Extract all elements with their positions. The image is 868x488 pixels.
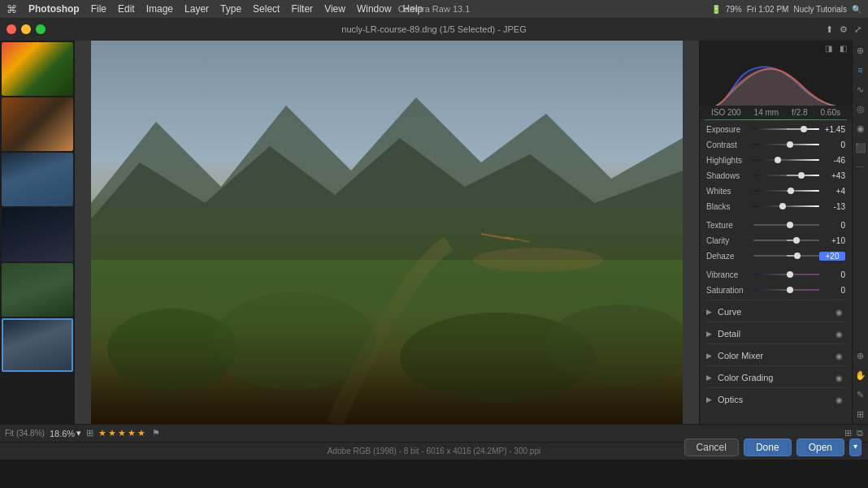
svg-line-10 [506, 237, 530, 242]
exposure-thumb[interactable] [801, 126, 807, 132]
brush-tool-icon[interactable]: ✎ [854, 388, 867, 401]
optics-eye[interactable]: ◉ [832, 393, 845, 406]
share-icon[interactable]: ⬆ [826, 24, 833, 35]
highlights-slider[interactable] [753, 154, 819, 166]
clarity-thumb[interactable] [793, 237, 800, 244]
menu-layer[interactable]: Layer [184, 3, 209, 15]
filmstrip-thumb-5[interactable] [2, 263, 73, 317]
histogram: ◨ ◧ [700, 41, 852, 106]
menu-image[interactable]: Image [146, 3, 173, 15]
menu-photoshop[interactable]: Photoshop [28, 3, 80, 15]
exposure-slider[interactable] [753, 123, 819, 135]
star-3[interactable]: ★ [118, 428, 126, 438]
curve-section[interactable]: ▶ Curve ◉ [706, 300, 845, 322]
contrast-value: 0 [819, 140, 845, 149]
target-icon[interactable]: ⊕ [854, 44, 867, 57]
contrast-slider[interactable] [753, 139, 819, 150]
vibrance-value: 0 [819, 270, 845, 279]
image-adjust-icon[interactable]: ⊞ [86, 428, 93, 438]
hist-clipping-high[interactable]: ◨ [822, 42, 834, 54]
star-4[interactable]: ★ [128, 428, 136, 438]
open-dropdown-arrow[interactable]: ▾ [849, 438, 861, 456]
menu-edit[interactable]: Edit [118, 3, 135, 15]
menu-window[interactable]: Window [357, 3, 392, 15]
menu-view[interactable]: View [324, 3, 345, 15]
open-button[interactable]: Open [796, 438, 844, 456]
dehaze-slider[interactable] [753, 250, 819, 261]
filmstrip-thumb-1[interactable] [2, 42, 73, 96]
shadows-value: +43 [819, 171, 845, 180]
star-2[interactable]: ★ [108, 428, 116, 438]
svg-point-8 [473, 248, 603, 272]
aperture-value: f/2.8 [792, 108, 807, 117]
saturation-thumb[interactable] [787, 287, 793, 293]
zoom-value: 18.6% [50, 429, 75, 438]
curve-eye[interactable]: ◉ [832, 305, 845, 318]
more-icon[interactable]: ⋯ [854, 161, 867, 174]
highlights-thumb[interactable] [775, 157, 781, 163]
zoom-tool-icon[interactable]: ⊕ [854, 349, 867, 362]
filmstrip-thumb-4[interactable] [2, 208, 73, 261]
vibrance-thumb[interactable] [787, 271, 793, 278]
curve-tool-icon[interactable]: ∿ [854, 83, 867, 96]
texture-row: Texture 0 [706, 219, 845, 231]
layers-icon[interactable]: ⬛ [854, 141, 867, 154]
color-mixer-eye[interactable]: ◉ [832, 349, 845, 362]
minimize-button[interactable] [21, 24, 31, 34]
menu-file[interactable]: File [91, 3, 106, 15]
texture-slider[interactable] [753, 219, 819, 231]
canvas-area[interactable] [75, 41, 699, 424]
dehaze-value: +20 [819, 252, 845, 261]
blacks-slider[interactable] [753, 201, 819, 212]
close-button[interactable] [7, 24, 16, 34]
saturation-row: Saturation 0 [706, 284, 845, 296]
svg-line-9 [481, 234, 514, 240]
menu-type[interactable]: Type [220, 3, 241, 15]
detail-eye[interactable]: ◉ [832, 327, 845, 340]
fullscreen-icon[interactable]: ⤢ [854, 24, 861, 35]
hand-tool-icon[interactable]: ✋ [854, 369, 867, 382]
blacks-thumb[interactable] [779, 203, 786, 209]
maximize-button[interactable] [36, 24, 46, 34]
texture-thumb[interactable] [787, 222, 793, 228]
right-panel: ◨ ◧ [699, 41, 852, 424]
hsl-icon[interactable]: ◎ [854, 102, 867, 115]
star-5[interactable]: ★ [137, 428, 145, 438]
color-grading-section[interactable]: ▶ Color Grading ◉ [706, 365, 845, 387]
shadows-slider[interactable] [753, 170, 819, 181]
color-info: Adobe RGB (1998) - 8 bit - 6016 x 4016 (… [328, 447, 540, 456]
whites-thumb[interactable] [788, 188, 794, 194]
vibrance-slider[interactable] [753, 269, 819, 280]
filmstrip-thumb-2[interactable] [2, 97, 73, 151]
done-button[interactable]: Done [744, 438, 792, 456]
saturation-slider[interactable] [753, 284, 819, 296]
texture-value: 0 [819, 221, 845, 230]
eye-tool-icon[interactable]: ◉ [854, 122, 867, 135]
flag-icon[interactable]: ⚑ [152, 428, 160, 438]
contrast-thumb[interactable] [787, 141, 793, 148]
adjust-icon[interactable]: ≡ [854, 63, 867, 76]
filmstrip-thumb-3[interactable] [2, 153, 73, 206]
filmstrip-thumb-6[interactable] [2, 318, 73, 372]
whites-slider[interactable] [753, 185, 819, 196]
star-1[interactable]: ★ [98, 428, 106, 438]
detail-section[interactable]: ▶ Detail ◉ [706, 322, 845, 343]
hist-controls: ◨ ◧ [700, 41, 852, 55]
color-mixer-section[interactable]: ▶ Color Mixer ◉ [706, 343, 845, 365]
cancel-button[interactable]: Cancel [684, 438, 739, 456]
hist-clipping-low[interactable]: ◧ [837, 42, 848, 54]
menu-select[interactable]: Select [253, 3, 280, 15]
svg-point-4 [107, 309, 237, 390]
main-image [91, 41, 683, 424]
menu-filter[interactable]: Filter [291, 3, 313, 15]
clarity-label: Clarity [706, 236, 753, 245]
dehaze-thumb[interactable] [794, 253, 801, 259]
zoom-dropdown[interactable]: 18.6% ▾ [50, 428, 81, 438]
status-row: Adobe RGB (1998) - 8 bit - 6016 x 4016 (… [0, 442, 868, 460]
settings-icon[interactable]: ⚙ [840, 24, 848, 35]
shadows-thumb[interactable] [798, 172, 805, 179]
clarity-slider[interactable] [753, 235, 819, 246]
grid-icon[interactable]: ⊞ [854, 408, 867, 421]
optics-section[interactable]: ▶ Optics ◉ [706, 387, 845, 409]
color-grading-eye[interactable]: ◉ [832, 371, 845, 384]
